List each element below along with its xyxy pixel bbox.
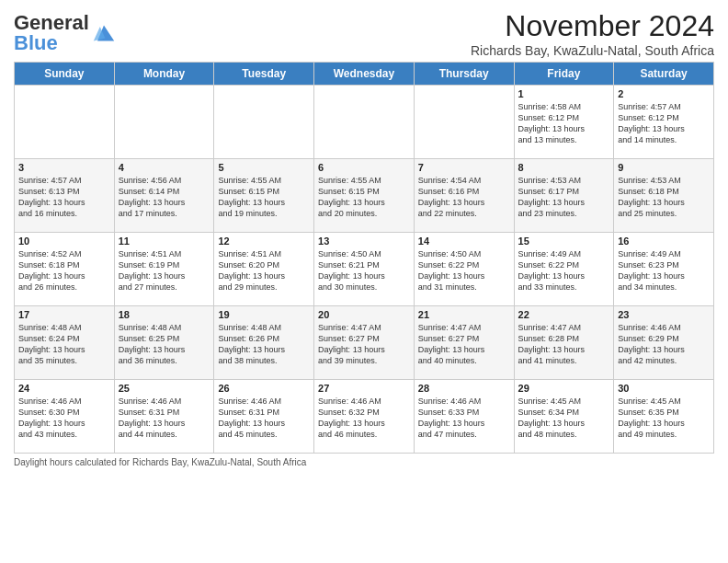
calendar-cell: 11Sunrise: 4:51 AM Sunset: 6:19 PM Dayli… xyxy=(114,233,214,306)
calendar-week-row: 1Sunrise: 4:58 AM Sunset: 6:12 PM Daylig… xyxy=(15,86,714,159)
col-thursday: Thursday xyxy=(414,63,514,86)
calendar-cell: 6Sunrise: 4:55 AM Sunset: 6:15 PM Daylig… xyxy=(314,159,415,233)
calendar-cell: 13Sunrise: 4:50 AM Sunset: 6:21 PM Dayli… xyxy=(314,233,415,306)
day-info: Sunrise: 4:55 AM Sunset: 6:15 PM Dayligh… xyxy=(318,175,410,220)
col-saturday: Saturday xyxy=(614,63,714,86)
day-number: 1 xyxy=(518,88,610,99)
calendar-cell xyxy=(314,86,415,159)
day-info: Sunrise: 4:46 AM Sunset: 6:31 PM Dayligh… xyxy=(119,396,210,441)
day-info: Sunrise: 4:55 AM Sunset: 6:15 PM Dayligh… xyxy=(218,175,310,220)
day-info: Sunrise: 4:45 AM Sunset: 6:35 PM Dayligh… xyxy=(618,396,710,441)
day-info: Sunrise: 4:46 AM Sunset: 6:30 PM Dayligh… xyxy=(18,396,110,441)
col-monday: Monday xyxy=(114,63,214,86)
col-tuesday: Tuesday xyxy=(214,63,314,86)
calendar-week-row: 24Sunrise: 4:46 AM Sunset: 6:30 PM Dayli… xyxy=(15,380,714,454)
day-info: Sunrise: 4:47 AM Sunset: 6:27 PM Dayligh… xyxy=(418,322,510,367)
day-number: 17 xyxy=(18,309,110,320)
subtitle: Richards Bay, KwaZulu-Natal, South Afric… xyxy=(471,43,714,58)
logo-text: General Blue xyxy=(14,13,89,53)
calendar-cell: 24Sunrise: 4:46 AM Sunset: 6:30 PM Dayli… xyxy=(15,380,115,454)
calendar-cell: 2Sunrise: 4:57 AM Sunset: 6:12 PM Daylig… xyxy=(614,86,714,159)
col-wednesday: Wednesday xyxy=(314,63,415,86)
day-info: Sunrise: 4:48 AM Sunset: 6:24 PM Dayligh… xyxy=(18,322,110,367)
calendar-cell: 8Sunrise: 4:53 AM Sunset: 6:17 PM Daylig… xyxy=(514,159,614,233)
day-number: 29 xyxy=(518,383,610,394)
day-number: 2 xyxy=(618,88,710,99)
day-info: Sunrise: 4:46 AM Sunset: 6:32 PM Dayligh… xyxy=(318,396,410,441)
calendar-cell xyxy=(114,86,214,159)
day-info: Sunrise: 4:52 AM Sunset: 6:18 PM Dayligh… xyxy=(18,248,110,293)
col-sunday: Sunday xyxy=(15,63,115,86)
daylight-hours-label: Daylight hours xyxy=(14,457,73,467)
calendar-week-row: 3Sunrise: 4:57 AM Sunset: 6:13 PM Daylig… xyxy=(15,159,714,233)
day-info: Sunrise: 4:50 AM Sunset: 6:22 PM Dayligh… xyxy=(418,248,510,293)
day-number: 16 xyxy=(618,236,710,247)
calendar-cell: 1Sunrise: 4:58 AM Sunset: 6:12 PM Daylig… xyxy=(514,86,614,159)
calendar-cell: 5Sunrise: 4:55 AM Sunset: 6:15 PM Daylig… xyxy=(214,159,314,233)
day-number: 13 xyxy=(318,236,410,247)
calendar-cell: 22Sunrise: 4:47 AM Sunset: 6:28 PM Dayli… xyxy=(514,306,614,380)
col-friday: Friday xyxy=(514,63,614,86)
day-number: 27 xyxy=(318,383,410,394)
calendar-cell xyxy=(414,86,514,159)
calendar-cell: 26Sunrise: 4:46 AM Sunset: 6:31 PM Dayli… xyxy=(214,380,314,454)
footer-note: Daylight hours calculated for Richards B… xyxy=(14,457,714,467)
day-number: 18 xyxy=(119,309,210,320)
calendar-cell xyxy=(214,86,314,159)
day-number: 22 xyxy=(518,309,610,320)
title-block: November 2024 Richards Bay, KwaZulu-Nata… xyxy=(471,9,714,58)
calendar-cell: 20Sunrise: 4:47 AM Sunset: 6:27 PM Dayli… xyxy=(314,306,415,380)
day-number: 4 xyxy=(119,162,210,173)
logo: General Blue xyxy=(14,13,117,53)
calendar: Sunday Monday Tuesday Wednesday Thursday… xyxy=(14,62,714,454)
calendar-cell: 4Sunrise: 4:56 AM Sunset: 6:14 PM Daylig… xyxy=(114,159,214,233)
page: General Blue November 2024 Richards Bay,… xyxy=(0,0,728,563)
day-number: 19 xyxy=(218,309,310,320)
day-number: 24 xyxy=(18,383,110,394)
day-info: Sunrise: 4:57 AM Sunset: 6:13 PM Dayligh… xyxy=(18,175,110,220)
day-info: Sunrise: 4:56 AM Sunset: 6:14 PM Dayligh… xyxy=(119,175,210,220)
day-number: 3 xyxy=(18,162,110,173)
calendar-cell: 28Sunrise: 4:46 AM Sunset: 6:33 PM Dayli… xyxy=(414,380,514,454)
day-info: Sunrise: 4:54 AM Sunset: 6:16 PM Dayligh… xyxy=(418,175,510,220)
calendar-cell: 12Sunrise: 4:51 AM Sunset: 6:20 PM Dayli… xyxy=(214,233,314,306)
calendar-cell: 17Sunrise: 4:48 AM Sunset: 6:24 PM Dayli… xyxy=(15,306,115,380)
calendar-cell: 23Sunrise: 4:46 AM Sunset: 6:29 PM Dayli… xyxy=(614,306,714,380)
calendar-cell: 19Sunrise: 4:48 AM Sunset: 6:26 PM Dayli… xyxy=(214,306,314,380)
day-info: Sunrise: 4:45 AM Sunset: 6:34 PM Dayligh… xyxy=(518,396,610,441)
day-number: 28 xyxy=(418,383,510,394)
day-number: 23 xyxy=(618,309,710,320)
calendar-header-row: Sunday Monday Tuesday Wednesday Thursday… xyxy=(15,63,714,86)
month-title: November 2024 xyxy=(471,9,714,43)
day-number: 25 xyxy=(119,383,210,394)
day-info: Sunrise: 4:46 AM Sunset: 6:31 PM Dayligh… xyxy=(218,396,310,441)
day-info: Sunrise: 4:49 AM Sunset: 6:23 PM Dayligh… xyxy=(618,248,710,293)
day-number: 10 xyxy=(18,236,110,247)
day-number: 8 xyxy=(518,162,610,173)
calendar-cell: 27Sunrise: 4:46 AM Sunset: 6:32 PM Dayli… xyxy=(314,380,415,454)
day-info: Sunrise: 4:48 AM Sunset: 6:25 PM Dayligh… xyxy=(119,322,210,367)
day-info: Sunrise: 4:49 AM Sunset: 6:22 PM Dayligh… xyxy=(518,248,610,293)
calendar-cell: 9Sunrise: 4:53 AM Sunset: 6:18 PM Daylig… xyxy=(614,159,714,233)
logo-icon xyxy=(91,20,117,46)
calendar-cell: 7Sunrise: 4:54 AM Sunset: 6:16 PM Daylig… xyxy=(414,159,514,233)
day-info: Sunrise: 4:47 AM Sunset: 6:27 PM Dayligh… xyxy=(318,322,410,367)
day-info: Sunrise: 4:46 AM Sunset: 6:33 PM Dayligh… xyxy=(418,396,510,441)
day-info: Sunrise: 4:50 AM Sunset: 6:21 PM Dayligh… xyxy=(318,248,410,293)
day-info: Sunrise: 4:57 AM Sunset: 6:12 PM Dayligh… xyxy=(618,101,710,146)
day-info: Sunrise: 4:53 AM Sunset: 6:17 PM Dayligh… xyxy=(518,175,610,220)
calendar-cell: 18Sunrise: 4:48 AM Sunset: 6:25 PM Dayli… xyxy=(114,306,214,380)
day-info: Sunrise: 4:47 AM Sunset: 6:28 PM Dayligh… xyxy=(518,322,610,367)
calendar-cell: 14Sunrise: 4:50 AM Sunset: 6:22 PM Dayli… xyxy=(414,233,514,306)
calendar-cell: 16Sunrise: 4:49 AM Sunset: 6:23 PM Dayli… xyxy=(614,233,714,306)
day-number: 7 xyxy=(418,162,510,173)
day-number: 12 xyxy=(218,236,310,247)
day-number: 30 xyxy=(618,383,710,394)
header: General Blue November 2024 Richards Bay,… xyxy=(14,9,714,58)
day-number: 14 xyxy=(418,236,510,247)
day-number: 6 xyxy=(318,162,410,173)
calendar-cell: 10Sunrise: 4:52 AM Sunset: 6:18 PM Dayli… xyxy=(15,233,115,306)
day-info: Sunrise: 4:51 AM Sunset: 6:19 PM Dayligh… xyxy=(119,248,210,293)
calendar-cell xyxy=(15,86,115,159)
calendar-week-row: 17Sunrise: 4:48 AM Sunset: 6:24 PM Dayli… xyxy=(15,306,714,380)
